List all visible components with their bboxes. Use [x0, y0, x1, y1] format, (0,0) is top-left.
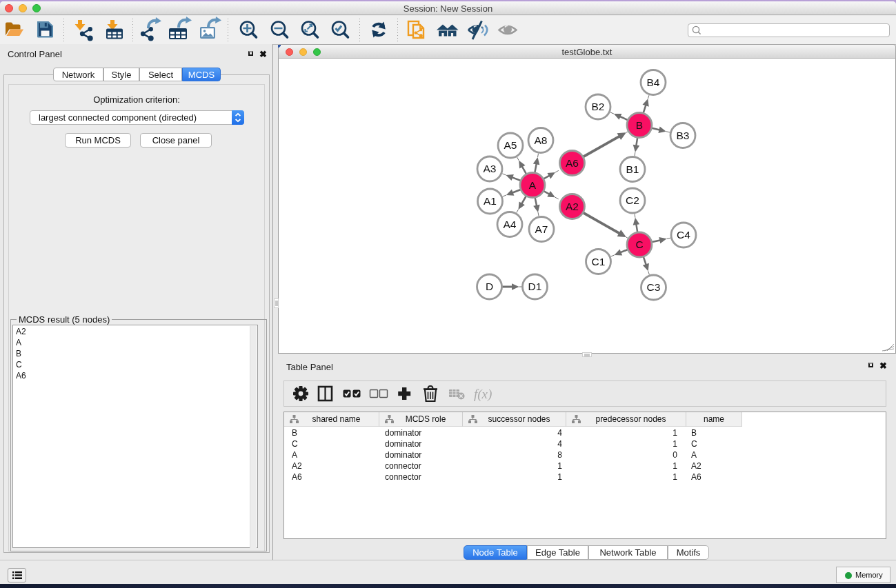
- svg-text:C1: C1: [592, 256, 606, 267]
- svg-text:B3: B3: [677, 130, 690, 141]
- svg-text:A8: A8: [535, 134, 548, 146]
- svg-text:f(x): f(x): [474, 387, 492, 402]
- svg-text:B1: B1: [626, 163, 639, 175]
- svg-text:A1: A1: [484, 195, 497, 207]
- svg-text:C: C: [635, 239, 643, 250]
- svg-text:C3: C3: [647, 281, 661, 293]
- svg-text:A5: A5: [504, 139, 517, 151]
- svg-text:B2: B2: [592, 101, 605, 112]
- svg-text:D: D: [486, 281, 493, 292]
- svg-text:A3: A3: [484, 163, 497, 174]
- svg-text:C4: C4: [677, 229, 690, 241]
- svg-text:B: B: [636, 119, 643, 131]
- svg-text:A: A: [529, 179, 537, 191]
- svg-text:C2: C2: [626, 194, 639, 206]
- svg-text:A2: A2: [566, 201, 579, 212]
- svg-text:A6: A6: [566, 157, 579, 169]
- svg-text:A4: A4: [504, 219, 517, 230]
- svg-text:B4: B4: [647, 77, 660, 88]
- svg-text:D1: D1: [528, 281, 542, 292]
- svg-text:A7: A7: [535, 223, 548, 235]
